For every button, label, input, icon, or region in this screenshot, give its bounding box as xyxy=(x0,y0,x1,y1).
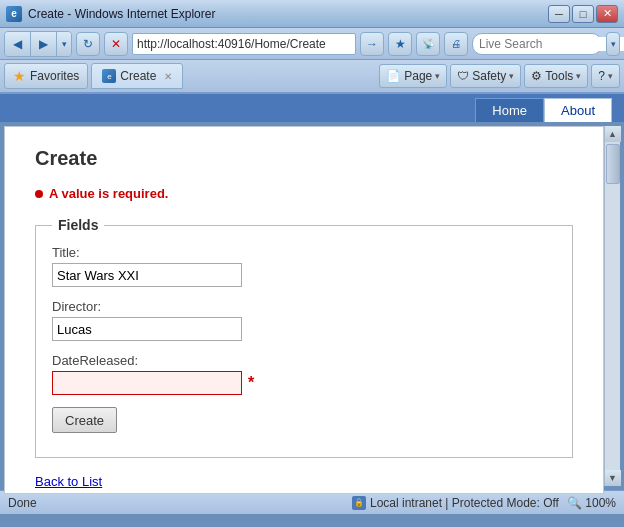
rss-button[interactable]: 📡 xyxy=(416,32,440,56)
stop-button[interactable]: ✕ xyxy=(104,32,128,56)
page-title: Create xyxy=(35,147,573,170)
maximize-button[interactable]: □ xyxy=(572,5,594,23)
address-bar: ◀ ▶ ▾ ↻ ✕ → ★ 📡 🖨 🔍 ▾ xyxy=(0,28,624,60)
star-icon: ★ xyxy=(13,68,26,84)
date-input-row: * xyxy=(52,371,556,395)
window-icon: e xyxy=(6,6,22,22)
fields-fieldset: Fields Title: Director: DateReleased: * … xyxy=(35,217,573,458)
date-input[interactable] xyxy=(52,371,242,395)
page-label: Page xyxy=(404,69,432,83)
safety-dropdown-arrow: ▾ xyxy=(509,71,514,81)
add-to-favorites-icon[interactable]: ★ xyxy=(388,32,412,56)
back-forward-group: ◀ ▶ ▾ xyxy=(4,31,72,57)
tools-button[interactable]: ⚙ Tools ▾ xyxy=(524,64,588,88)
window-title: Create - Windows Internet Explorer xyxy=(28,7,215,21)
zoom-icon: 🔍 xyxy=(567,496,582,510)
zone-text: Local intranet | Protected Mode: Off xyxy=(370,496,559,510)
toolbar: ★ Favorites e Create ✕ 📄 Page ▾ 🛡 Safety… xyxy=(0,60,624,94)
search-dropdown[interactable]: ▾ xyxy=(606,32,620,56)
title-label: Title: xyxy=(52,245,556,260)
director-input[interactable] xyxy=(52,317,242,341)
page-dropdown-arrow: ▾ xyxy=(435,71,440,81)
status-zone: 🔒 Local intranet | Protected Mode: Off xyxy=(352,496,559,510)
tab-label: Create xyxy=(120,69,156,83)
print-button[interactable]: 🖨 xyxy=(444,32,468,56)
director-field-row: Director: xyxy=(52,299,556,341)
validation-bullet-icon xyxy=(35,190,43,198)
date-field-row: DateReleased: * xyxy=(52,353,556,395)
help-dropdown-arrow: ▾ xyxy=(608,71,613,81)
scroll-up-button[interactable]: ▲ xyxy=(605,126,621,142)
protected-mode-icon: 🔒 xyxy=(352,496,366,510)
tab-ie-icon: e xyxy=(102,69,116,83)
nav-tab-about[interactable]: About xyxy=(544,98,612,122)
title-input[interactable] xyxy=(52,263,242,287)
director-label: Director: xyxy=(52,299,556,314)
search-input[interactable] xyxy=(479,37,624,51)
help-button[interactable]: ? ▾ xyxy=(591,64,620,88)
go-button[interactable]: → xyxy=(360,32,384,56)
favorites-label: Favorites xyxy=(30,69,79,83)
zoom-text: 100% xyxy=(585,496,616,510)
refresh-button[interactable]: ↻ xyxy=(76,32,100,56)
dropdown-button[interactable]: ▾ xyxy=(57,32,71,56)
validation-message: A value is required. xyxy=(49,186,168,201)
search-box: 🔍 xyxy=(472,33,602,55)
title-field-row: Title: xyxy=(52,245,556,287)
minimize-button[interactable]: ─ xyxy=(548,5,570,23)
back-button[interactable]: ◀ xyxy=(5,32,31,56)
tools-label: Tools xyxy=(545,69,573,83)
tab-create[interactable]: e Create ✕ xyxy=(91,63,183,89)
safety-label: Safety xyxy=(472,69,506,83)
safety-icon: 🛡 xyxy=(457,69,469,83)
address-field-wrap xyxy=(132,33,356,55)
address-input[interactable] xyxy=(137,37,351,51)
close-button[interactable]: ✕ xyxy=(596,5,618,23)
status-right: 🔒 Local intranet | Protected Mode: Off 🔍… xyxy=(352,496,616,510)
submit-row: Create xyxy=(52,407,556,433)
scrollbar: ▲ ▼ xyxy=(604,126,620,486)
scroll-thumb[interactable] xyxy=(606,144,620,184)
content-area: Create A value is required. Fields Title… xyxy=(4,126,604,494)
status-text: Done xyxy=(8,496,342,510)
validation-summary: A value is required. xyxy=(35,186,573,201)
date-label: DateReleased: xyxy=(52,353,556,368)
title-bar: e Create - Windows Internet Explorer ─ □… xyxy=(0,0,624,28)
safety-button[interactable]: 🛡 Safety ▾ xyxy=(450,64,521,88)
zoom-level: 🔍 100% xyxy=(567,496,616,510)
tab-close-icon[interactable]: ✕ xyxy=(164,71,172,82)
forward-button[interactable]: ▶ xyxy=(31,32,57,56)
nav-tabs-bar: Home About xyxy=(0,94,624,122)
tools-dropdown-arrow: ▾ xyxy=(576,71,581,81)
nav-tab-home[interactable]: Home xyxy=(475,98,544,122)
page-icon: 📄 xyxy=(386,69,401,83)
favorites-button[interactable]: ★ Favorites xyxy=(4,63,88,89)
fields-legend: Fields xyxy=(52,217,104,233)
tools-icon: ⚙ xyxy=(531,69,542,83)
page-button[interactable]: 📄 Page ▾ xyxy=(379,64,447,88)
back-to-list-link[interactable]: Back to List xyxy=(35,474,102,489)
validation-item: A value is required. xyxy=(35,186,573,201)
error-asterisk-icon: * xyxy=(248,374,254,392)
help-label: ? xyxy=(598,69,605,83)
content-wrapper: Create A value is required. Fields Title… xyxy=(0,122,624,490)
scroll-down-button[interactable]: ▼ xyxy=(605,470,621,486)
create-button[interactable]: Create xyxy=(52,407,117,433)
